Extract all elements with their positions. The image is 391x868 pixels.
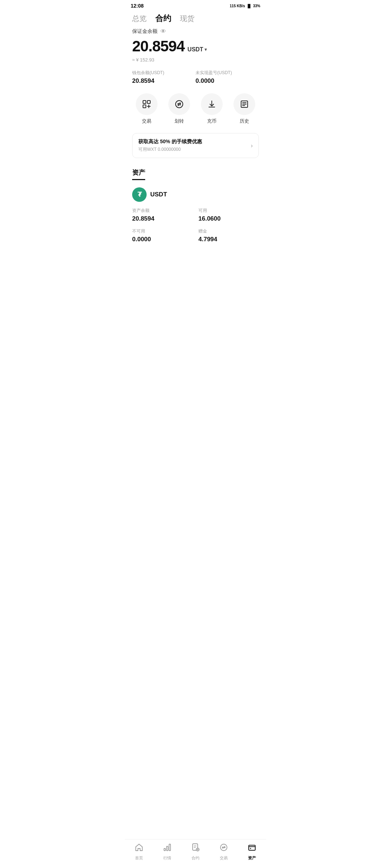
signal-icon: ▐▌ (247, 4, 252, 8)
svg-point-12 (250, 848, 251, 849)
top-nav: 总览 合约 现货 (125, 10, 266, 28)
trade-button[interactable]: 交易 (136, 93, 157, 124)
chevron-down-icon: ▾ (205, 47, 207, 52)
assets-title: 资产 (132, 168, 145, 180)
battery-icon: 33% (253, 4, 260, 8)
unrealized-balance: 未实现盈亏(USDT) 0.0000 (196, 70, 259, 85)
status-icons: 115 KB/s ▐▌ 33% (230, 4, 260, 8)
status-bar: 12:08 115 KB/s ▐▌ 33% (125, 0, 266, 10)
svg-rect-0 (143, 101, 146, 103)
history-label: 历史 (240, 118, 249, 124)
asset-available-value: 16.0600 (198, 215, 259, 222)
asset-bonus-value: 4.7994 (198, 236, 259, 243)
asset-balance-col: 资产余额 20.8594 (132, 208, 193, 222)
asset-details: 资产余额 20.8594 可用 16.0600 不可用 0.0000 赠金 4.… (132, 208, 259, 243)
tab-overview[interactable]: 总览 (132, 14, 147, 24)
history-button[interactable]: 历史 (234, 93, 255, 124)
wallet-label: 钱包余额(USDT) (132, 70, 196, 76)
svg-rect-5 (164, 848, 165, 851)
currency-label: USDT (188, 46, 203, 53)
asset-balance-value: 20.8594 (132, 215, 193, 222)
nav-assets-label: 资产 (248, 855, 256, 861)
balance-cny: ≈ ¥ 152.93 (132, 57, 259, 63)
balance-amount: 20.8594 (132, 38, 185, 55)
history-icon (234, 93, 255, 115)
currency-selector[interactable]: USDT ▾ (188, 46, 207, 53)
home-icon (135, 843, 143, 854)
asset-header: ₮ USDT (132, 187, 259, 202)
assets-section: 资产 ₮ USDT 资产余额 20.8594 可用 16.0600 不可用 0.… (125, 168, 266, 243)
asset-available-label: 可用 (198, 208, 259, 214)
market-icon (163, 843, 172, 854)
wallet-value: 20.8594 (132, 77, 196, 85)
sub-balances: 钱包余额(USDT) 20.8594 未实现盈亏(USDT) 0.0000 (132, 70, 259, 85)
transfer-icon (168, 93, 190, 115)
svg-rect-2 (147, 101, 150, 103)
asset-frozen-label: 不可用 (132, 228, 193, 234)
asset-name: USDT (150, 191, 167, 198)
transfer-button[interactable]: 划转 (168, 93, 190, 124)
asset-frozen-value: 0.0000 (132, 236, 193, 243)
nav-home-label: 首页 (135, 855, 143, 861)
svg-rect-1 (143, 105, 146, 108)
unrealized-label: 未实现盈亏(USDT) (196, 70, 259, 76)
nav-trade[interactable]: 交易 (210, 843, 238, 861)
nav-home[interactable]: 首页 (125, 843, 153, 861)
svg-rect-11 (249, 845, 255, 850)
nav-trade-label: 交易 (220, 855, 228, 861)
deposit-button[interactable]: 充币 (201, 93, 223, 124)
nav-market-label: 行情 (163, 855, 171, 861)
eye-icon[interactable]: 👁 (160, 28, 166, 35)
asset-available-col: 可用 16.0600 (198, 208, 259, 222)
banner-main-text: 获取高达 50% 的手续费优惠 (138, 139, 202, 145)
status-time: 12:08 (131, 3, 144, 9)
svg-rect-6 (167, 846, 168, 851)
balance-label-text: 保证金余额 (132, 28, 157, 35)
banner-sub-text: 可用WXT 0.00000000 (138, 146, 202, 153)
fee-discount-banner[interactable]: 获取高达 50% 的手续费优惠 可用WXT 0.00000000 › (132, 133, 259, 158)
balance-label-row: 保证金余额 👁 (132, 28, 259, 35)
tab-contract[interactable]: 合约 (155, 13, 171, 24)
unrealized-value: 0.0000 (196, 77, 259, 85)
trade-nav-icon (219, 843, 228, 854)
wallet-balance: 钱包余额(USDT) 20.8594 (132, 70, 196, 85)
asset-balance-label: 资产余额 (132, 208, 193, 214)
deposit-icon (201, 93, 223, 115)
banner-content: 获取高达 50% 的手续费优惠 可用WXT 0.00000000 (138, 139, 202, 153)
bottom-nav: 首页 行情 合约 (125, 839, 266, 868)
banner-arrow-icon: › (251, 142, 253, 149)
svg-point-10 (220, 844, 227, 851)
action-buttons: 交易 划转 充币 (132, 93, 259, 124)
asset-bonus-label: 赠金 (198, 228, 259, 234)
transfer-label: 划转 (175, 118, 184, 124)
deposit-label: 充币 (207, 118, 216, 124)
contract-icon (191, 843, 200, 854)
svg-point-3 (176, 101, 183, 108)
trade-icon (136, 93, 157, 115)
tab-spot[interactable]: 现货 (180, 14, 194, 24)
nav-assets[interactable]: 资产 (238, 843, 266, 861)
assets-icon (248, 843, 256, 854)
svg-rect-7 (169, 844, 171, 851)
asset-frozen-col: 不可用 0.0000 (132, 228, 193, 243)
nav-contract[interactable]: 合约 (181, 843, 210, 861)
asset-item-usdt: ₮ USDT 资产余额 20.8594 可用 16.0600 不可用 0.000… (132, 187, 259, 243)
asset-bonus-col: 赠金 4.7994 (198, 228, 259, 243)
balance-main: 20.8594 USDT ▾ (132, 38, 259, 55)
main-content: 保证金余额 👁 20.8594 USDT ▾ ≈ ¥ 152.93 钱包余额(U… (125, 28, 266, 158)
nav-contract-label: 合约 (192, 855, 199, 861)
usdt-icon: ₮ (132, 187, 147, 202)
nav-market[interactable]: 行情 (153, 843, 181, 861)
network-speed: 115 KB/s (230, 4, 245, 8)
trade-label: 交易 (142, 118, 151, 124)
